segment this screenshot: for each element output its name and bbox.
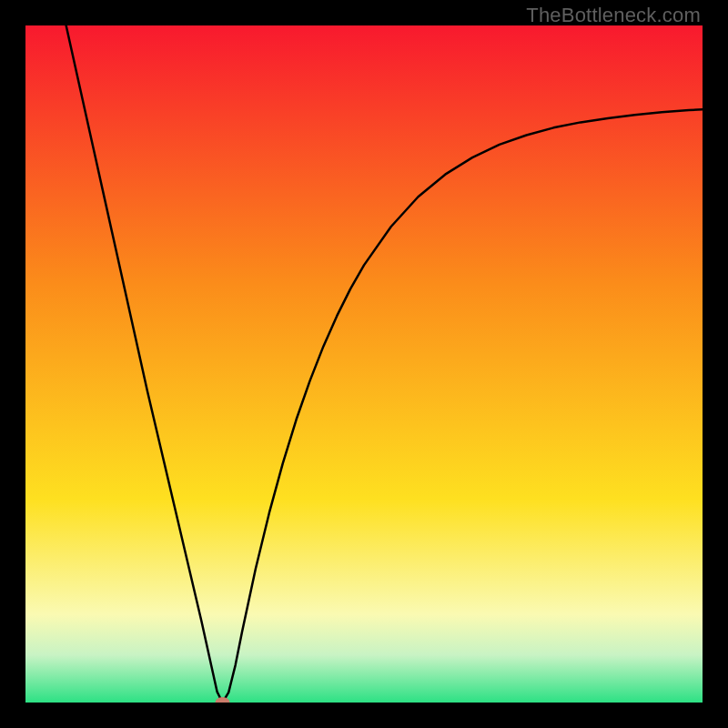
watermark-text: TheBottleneck.com: [526, 4, 701, 27]
gradient-background: [25, 25, 703, 703]
chart-frame: TheBottleneck.com: [0, 0, 728, 728]
bottleneck-chart: [25, 25, 703, 703]
